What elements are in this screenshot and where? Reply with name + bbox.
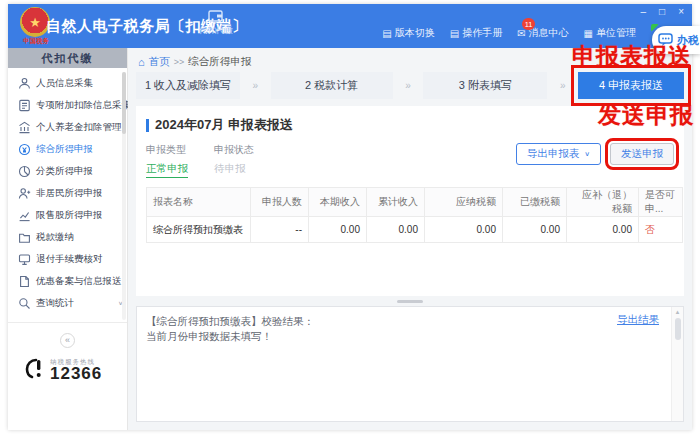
- report-table: 报表名称 申报人数 本期收入 累计收入 应纳税额 已缴税额 应补（退）税额 是否…: [146, 187, 683, 243]
- sidebar-item-classified-income[interactable]: 分类所得申报: [8, 160, 127, 182]
- sidebar-item-label: 专项附加扣除信息采集: [36, 99, 131, 112]
- maximize-button[interactable]: □: [659, 6, 665, 17]
- screenshot-root: ★ 中国税务 自然人电子税务局〔扣缴端〕 代扣代缴 ▤ 版本切换 ▤ 操作手册: [0, 0, 700, 438]
- restricted-shares-chart-icon: [18, 209, 31, 222]
- emblem-star-icon: ★: [29, 16, 41, 29]
- result-panel-scrollbar[interactable]: ▲: [671, 307, 683, 421]
- validation-result-line: 【综合所得预扣预缴表】校验结果：: [146, 314, 661, 329]
- refund-check-monitor-icon: [18, 253, 31, 266]
- sidebar: 代扣代缴 人员信息采集 专项附加扣除信息采集 个人养老金扣除管理: [8, 48, 128, 430]
- building-icon: ▦: [584, 28, 593, 39]
- step-tabs: 1 收入及减除填写 » 2 税款计算 » 3 附表填写 » 4 申报表报送: [136, 72, 684, 99]
- menu-manual[interactable]: ▤ 操作手册: [450, 26, 502, 40]
- sidebar-item-query-statistics[interactable]: 查询统计 ∨: [8, 292, 127, 314]
- title-accent-bar: [146, 119, 149, 132]
- export-return-button[interactable]: 导出申报表 ∨: [516, 143, 601, 165]
- minimize-button[interactable]: –: [641, 6, 647, 17]
- step-tab-tax-calc[interactable]: 2 税款计算: [271, 72, 393, 99]
- filter-row: 申报类型 正常申报 申报状态 待申报 导出申报表 ∨: [146, 143, 674, 178]
- sidebar-item-tax-payment[interactable]: 税款缴纳: [8, 226, 127, 248]
- menu-label: 消息中心: [529, 26, 569, 40]
- close-button[interactable]: ×: [678, 6, 684, 17]
- filing-document-icon: [18, 275, 31, 288]
- cell-report-name: 综合所得预扣预缴表: [147, 217, 251, 243]
- logo-caption: 中国税务: [10, 37, 62, 46]
- comprehensive-income-icon: [18, 143, 31, 156]
- hotline-number: 12366: [50, 365, 102, 384]
- sidebar-item-label: 非居民所得申报: [36, 187, 103, 200]
- sidebar-item-personnel-info[interactable]: 人员信息采集: [8, 72, 127, 94]
- breadcrumb-current: 综合所得申报: [188, 55, 251, 69]
- menu-label: 版本切换: [395, 26, 435, 40]
- col-accumulated-income: 累计收入: [367, 188, 425, 217]
- version-switch-icon: ▤: [382, 28, 391, 39]
- person-icon: [18, 77, 31, 90]
- scroll-up-icon[interactable]: ▲: [672, 309, 683, 315]
- sidebar-item-preferential-filing[interactable]: 优惠备案与信息报送 ∨: [8, 270, 127, 292]
- step-separator-icon: »: [240, 80, 271, 91]
- sidebar-menu: 人员信息采集 专项附加扣除信息采集 个人养老金扣除管理 综合所得申报: [8, 72, 127, 314]
- table-row[interactable]: 综合所得预扣预缴表 -- 0.00 0.00 0.00 0.00 0.00 否: [147, 217, 683, 243]
- col-report-name: 报表名称: [147, 188, 251, 217]
- table-header-row: 报表名称 申报人数 本期收入 累计收入 应纳税额 已缴税额 应补（退）税额 是否…: [147, 188, 683, 217]
- cell-declarant-count: --: [251, 217, 309, 243]
- sidebar-scrollbar-thumb[interactable]: [122, 72, 126, 134]
- sidebar-item-refund-fee-check[interactable]: 退付手续费核对: [8, 248, 127, 270]
- export-result-link[interactable]: 导出结果: [617, 313, 659, 327]
- report-period-title: 2024年07月 申报表报送: [155, 116, 293, 134]
- module-tab-withholding[interactable]: 代扣代缴: [194, 9, 238, 37]
- send-declaration-label: 发送申报: [621, 147, 663, 161]
- cell-can-declare: 否: [639, 217, 683, 243]
- menu-version-switch[interactable]: ▤ 版本切换: [382, 26, 434, 40]
- step-tab-income-fill[interactable]: 1 收入及减除填写: [136, 72, 240, 99]
- step-tab-submit-return[interactable]: 4 申报表报送: [578, 72, 684, 99]
- sidebar-scrollbar[interactable]: [122, 72, 126, 320]
- consult-corner-mark: [651, 24, 659, 32]
- sidebar-item-special-deduction[interactable]: 专项附加扣除信息采集: [8, 94, 127, 116]
- send-declaration-button[interactable]: 发送申报: [610, 143, 674, 165]
- chevron-down-icon: ∨: [584, 150, 590, 157]
- sidebar-collapse-button[interactable]: «: [60, 333, 75, 348]
- cell-tax-paid: 0.00: [503, 217, 567, 243]
- sidebar-item-label: 分类所得申报: [36, 165, 93, 178]
- step-tab-schedule-fill[interactable]: 3 附表填写: [423, 72, 547, 99]
- cell-tax-payable: 0.00: [425, 217, 503, 243]
- sidebar-item-label: 税款缴纳: [36, 231, 74, 244]
- cell-current-income: 0.00: [309, 217, 367, 243]
- sidebar-item-label: 个人养老金扣除管理: [36, 121, 122, 134]
- deduction-list-icon: [18, 99, 31, 112]
- window-controls: – □ ×: [641, 6, 684, 17]
- menu-message-center[interactable]: ✉ 11 消息中心: [517, 26, 568, 40]
- wallet-icon: [208, 9, 224, 23]
- breadcrumb-home[interactable]: 首页: [149, 55, 170, 69]
- export-return-label: 导出申报表: [527, 147, 580, 161]
- message-count-badge: 11: [522, 18, 535, 30]
- report-title-row: 2024年07月 申报表报送: [146, 116, 674, 134]
- hotline-block: 纳税服务热线 12366: [22, 356, 102, 384]
- sidebar-item-label: 退付手续费核对: [36, 253, 103, 266]
- pie-chart-icon: [18, 165, 31, 178]
- col-tax-paid: 已缴税额: [503, 188, 567, 217]
- menu-label: 操作手册: [462, 26, 502, 40]
- module-tab-label: 代扣代缴: [194, 25, 238, 37]
- result-scrollbar-thumb[interactable]: [675, 318, 681, 340]
- action-buttons: 导出申报表 ∨ 发送申报: [516, 143, 674, 165]
- sidebar-item-label: 限售股所得申报: [36, 209, 103, 222]
- filter-value-pending[interactable]: 待申报: [214, 162, 246, 176]
- horizontal-scrollbar-thumb[interactable]: [397, 300, 423, 303]
- filter-value-normal-declare[interactable]: 正常申报: [146, 162, 188, 178]
- sidebar-item-nonresident-income[interactable]: 非居民所得申报: [8, 182, 127, 204]
- query-search-icon: [18, 297, 31, 310]
- hotline-headset-icon: [22, 356, 46, 384]
- sidebar-item-restricted-shares[interactable]: 限售股所得申报: [8, 204, 127, 226]
- sidebar-item-pension-deduction[interactable]: 个人养老金扣除管理: [8, 116, 127, 138]
- col-tax-due-refund: 应补（退）税额: [567, 188, 639, 217]
- pension-bank-icon: [18, 121, 31, 134]
- col-current-income: 本期收入: [309, 188, 367, 217]
- sidebar-section-title: 代扣代缴: [8, 48, 127, 68]
- menu-label: 单位管理: [596, 26, 636, 40]
- col-can-declare: 是否可申...: [639, 188, 683, 217]
- window-body: 代扣代缴 人员信息采集 专项附加扣除信息采集 个人养老金扣除管理: [8, 48, 692, 430]
- menu-unit-management[interactable]: ▦ 单位管理: [584, 26, 636, 40]
- sidebar-item-comprehensive-income[interactable]: 综合所得申报: [8, 138, 127, 160]
